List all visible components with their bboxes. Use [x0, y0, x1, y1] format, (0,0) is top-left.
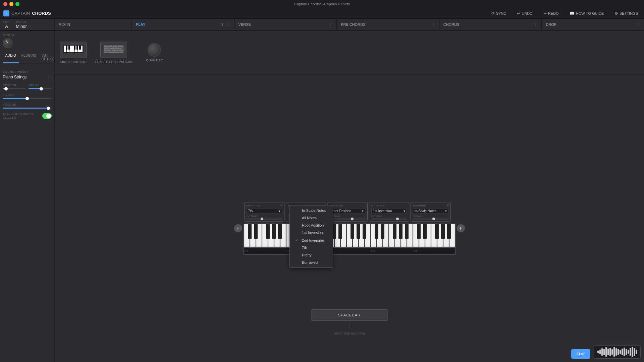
- sidebar-tabs: AUDIO PLUGINS VST OUTPUT: [3, 52, 52, 63]
- computer-keyboard-icon: [100, 42, 127, 58]
- midi-keyboard-option[interactable]: MIDI KEYBOARD: [60, 42, 87, 64]
- minimize-traffic-light[interactable]: [9, 2, 13, 6]
- midi-in-label: MIDI IN: [59, 23, 70, 26]
- close-traffic-light[interactable]: [3, 2, 7, 6]
- verse-header: VERSE ⋮: [234, 19, 337, 30]
- svg-rect-14: [104, 46, 106, 47]
- svg-rect-11: [76, 46, 78, 50]
- dropdown-item-7th[interactable]: 7th: [290, 244, 333, 251]
- mapping-panel-1-select[interactable]: 7th ▾: [247, 208, 282, 214]
- chorus-more-icon[interactable]: ⋮: [534, 22, 537, 27]
- svg-rect-46: [120, 52, 123, 53]
- tab-plugins[interactable]: PLUGINS: [19, 52, 39, 63]
- play-audio-section: PLAY AUDIO WHEN CLOSED: [3, 113, 52, 119]
- svg-rect-30: [113, 48, 114, 49]
- key-next-arrow[interactable]: ›: [9, 24, 10, 28]
- key-value: A: [5, 24, 8, 29]
- mapping-panel-4-select[interactable]: 1st Inversion ▾: [371, 208, 407, 214]
- logo-icon: ♪: [3, 10, 9, 16]
- piano-add-left-button[interactable]: +: [234, 224, 242, 232]
- computer-keyboard-label: COMPUTER KEYBOARD: [95, 60, 133, 64]
- octave-panel-1-label: OCTAVE: [247, 215, 282, 218]
- mapping-panel-3-select[interactable]: Root Position ▾: [330, 208, 365, 214]
- computer-keyboard-option[interactable]: COMPUTER KEYBOARD: [95, 42, 133, 64]
- svg-rect-21: [116, 46, 117, 47]
- piano-add-right-button[interactable]: +: [457, 224, 465, 232]
- sync-button[interactable]: ⟳ SYNC: [489, 10, 509, 17]
- svg-rect-100: [399, 224, 402, 239]
- octave-panel-4-slider[interactable]: [371, 219, 407, 220]
- piano-area: + ✕ MAPPING 7th ▾ OCTAVE: [55, 74, 644, 362]
- prechorus-header: PRE CHORUS ⋮: [337, 19, 439, 30]
- dropdown-item-2nd-inversion[interactable]: ✓ 2nd Inversion: [290, 236, 333, 244]
- prechorus-more-icon[interactable]: ⋮: [431, 22, 435, 27]
- howto-button[interactable]: 📖 HOW-TO GUIDE: [567, 10, 606, 17]
- mapping-panel-1: ✕ MAPPING 7th ▾ OCTAVE: [244, 202, 284, 222]
- octave-panel-3-thumb[interactable]: [351, 218, 354, 220]
- key-scale-section: KEY ‹ A › SCALE Minor ‹ ›: [0, 19, 55, 31]
- octave-panel-4-thumb[interactable]: [396, 218, 399, 220]
- octave-panel-3-slider[interactable]: [330, 219, 365, 220]
- waveform-bar: [628, 350, 629, 354]
- edit-button[interactable]: EDIT: [571, 349, 590, 359]
- verse-more-icon[interactable]: ⋮: [329, 22, 332, 27]
- delay-slider[interactable]: [29, 88, 52, 89]
- tab-audio[interactable]: AUDIO: [3, 52, 19, 63]
- waveform-bar: [605, 347, 607, 357]
- svg-rect-98: [381, 224, 384, 239]
- svg-rect-41: [118, 50, 123, 51]
- maximize-traffic-light[interactable]: [15, 2, 19, 6]
- quantize-knob[interactable]: [148, 43, 161, 57]
- mapping-panel-1-label: MAPPING: [247, 204, 282, 207]
- svg-rect-85: [272, 224, 276, 239]
- preset-prev-arrow[interactable]: ‹: [48, 75, 49, 79]
- waveform-bar: [603, 349, 605, 355]
- octave-panel-5-thumb[interactable]: [432, 218, 435, 220]
- octave-label-0: C2: [244, 248, 286, 254]
- waveform-mini: [594, 345, 641, 359]
- filter-slider[interactable]: [3, 98, 52, 99]
- dropdown-item-pretty[interactable]: Pretty: [290, 251, 333, 259]
- mapping-panel-5-select[interactable]: In-Scale Notes ▾: [413, 208, 448, 214]
- waveform-bar: [632, 347, 633, 357]
- reverb-slider[interactable]: [3, 88, 26, 89]
- mapping-panel-3-label: MAPPING: [330, 204, 365, 207]
- key-label: KEY: [3, 20, 10, 23]
- strum-knob[interactable]: [3, 38, 13, 48]
- scale-prev-arrow[interactable]: ‹: [28, 24, 29, 28]
- octave-panel-1-thumb[interactable]: [261, 218, 263, 220]
- redo-button[interactable]: ↪ REDO: [541, 10, 561, 17]
- dropdown-item-root-position[interactable]: Root Position: [290, 222, 333, 229]
- dropdown-item-in-scale-notes[interactable]: In-Scale Notes: [290, 207, 333, 214]
- quantize-label: QUANTIZE: [146, 59, 163, 62]
- midi-keyboard-label: MIDI KEYBOARD: [60, 60, 87, 64]
- spacebar-button[interactable]: SPACEBAR: [311, 309, 388, 321]
- scale-label: SCALE: [16, 20, 31, 23]
- svg-rect-32: [116, 48, 118, 49]
- scale-next-arrow[interactable]: ›: [30, 24, 31, 28]
- key-prev-arrow[interactable]: ‹: [3, 24, 4, 28]
- svg-rect-43: [107, 52, 109, 53]
- svg-rect-15: [106, 46, 107, 47]
- svg-rect-86: [278, 224, 282, 239]
- undo-button[interactable]: ↩ UNDO: [514, 10, 535, 17]
- svg-rect-25: [104, 48, 106, 49]
- volume-slider[interactable]: [3, 108, 52, 109]
- more-icon[interactable]: ⋮: [226, 22, 230, 27]
- dropdown-item-all-notes[interactable]: All Notes: [290, 214, 333, 222]
- close-panel-5-button[interactable]: ✕: [446, 203, 449, 207]
- waveform-bar: [622, 349, 623, 355]
- preset-next-arrow[interactable]: ›: [50, 75, 52, 79]
- upload-icon[interactable]: ⬆: [221, 22, 224, 27]
- dropdown-item-1st-inversion[interactable]: 1st Inversion: [290, 229, 333, 236]
- play-audio-toggle[interactable]: [42, 113, 52, 119]
- drop-more-icon[interactable]: ⋮: [636, 22, 640, 27]
- dropdown-item-borrowed[interactable]: Borrowed: [290, 259, 333, 266]
- octave-panel-1-slider[interactable]: [247, 219, 282, 220]
- close-panel-1-button[interactable]: ✕: [280, 203, 283, 207]
- play-label: PLAY: [136, 22, 145, 26]
- octave-panel-5-slider[interactable]: [413, 219, 448, 220]
- svg-rect-99: [393, 224, 396, 239]
- settings-button[interactable]: ⚙ SETTINGS: [612, 10, 641, 17]
- scale-value: Minor: [16, 24, 27, 29]
